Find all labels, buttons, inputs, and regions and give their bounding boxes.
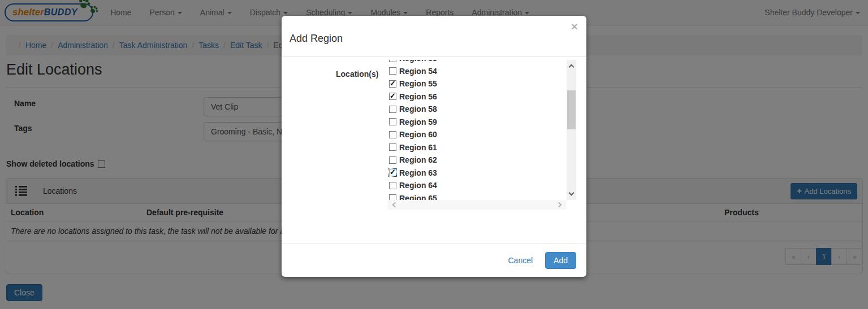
region-option-label: Region 56 <box>399 92 437 101</box>
region-option-label: Region 59 <box>399 117 437 127</box>
modal-footer: Cancel Add <box>282 243 586 277</box>
add-button[interactable]: Add <box>545 252 576 269</box>
region-option[interactable]: Region 65 <box>389 192 567 201</box>
region-option[interactable]: Region 56 <box>389 90 567 103</box>
region-checkbox[interactable] <box>389 131 396 138</box>
scroll-left-icon[interactable] <box>390 200 399 210</box>
region-option-label: Region 54 <box>399 67 437 76</box>
region-checkbox[interactable] <box>389 67 396 75</box>
region-option-label: Region 53 <box>399 60 437 63</box>
region-option[interactable]: Region 58 <box>389 103 567 116</box>
vertical-scrollbar[interactable] <box>567 60 576 200</box>
scroll-up-icon[interactable] <box>567 61 576 71</box>
region-option[interactable]: Region 63 <box>389 167 567 180</box>
locations-field-label: Location(s) <box>336 69 378 79</box>
region-checkbox[interactable] <box>389 182 396 189</box>
region-option[interactable]: Region 61 <box>389 141 567 154</box>
region-checkbox[interactable] <box>389 194 396 200</box>
region-option-label: Region 62 <box>399 155 437 164</box>
region-list-viewport: Region 53 Region 54 Region 55 <box>387 60 567 200</box>
horizontal-scrollbar[interactable] <box>387 200 567 210</box>
close-icon[interactable]: × <box>571 20 578 32</box>
region-list-area: Region 53 Region 54 Region 55 <box>387 60 576 210</box>
region-checkbox[interactable] <box>389 118 396 125</box>
modal-header-divider <box>282 56 586 57</box>
region-checkbox[interactable] <box>389 80 396 88</box>
region-list: Region 53 Region 54 Region 55 <box>387 60 567 200</box>
region-option-label: Region 65 <box>399 194 437 200</box>
region-checkbox[interactable] <box>389 169 396 176</box>
region-option[interactable]: Region 60 <box>389 128 567 141</box>
scroll-down-icon[interactable] <box>567 189 576 199</box>
region-checkbox[interactable] <box>389 156 396 164</box>
region-option[interactable]: Region 53 <box>389 60 567 65</box>
cancel-button[interactable]: Cancel <box>508 256 533 265</box>
region-option[interactable]: Region 54 <box>389 65 567 78</box>
region-option-label: Region 64 <box>399 181 437 190</box>
modal-title: Add Region <box>290 33 343 45</box>
region-option-label: Region 63 <box>399 168 437 177</box>
add-region-modal: × Add Region Location(s) Region 53 R <box>282 16 586 277</box>
region-option-label: Region 58 <box>399 105 437 114</box>
vertical-scrollbar-thumb[interactable] <box>567 90 576 129</box>
region-option-label: Region 55 <box>399 79 437 88</box>
app-window: shelterBUDDY Home Person Animal Dispatch… <box>0 0 868 309</box>
region-option-label: Region 60 <box>399 130 437 139</box>
region-checkbox[interactable] <box>389 106 396 113</box>
region-option[interactable]: Region 55 <box>389 77 567 90</box>
region-checkbox[interactable] <box>389 93 396 100</box>
region-option[interactable]: Region 59 <box>389 116 567 129</box>
region-option-label: Region 61 <box>399 143 437 152</box>
region-checkbox[interactable] <box>389 143 396 151</box>
region-option[interactable]: Region 64 <box>389 179 567 192</box>
scroll-right-icon[interactable] <box>555 200 564 210</box>
region-checkbox[interactable] <box>389 60 396 62</box>
region-option[interactable]: Region 62 <box>389 154 567 167</box>
